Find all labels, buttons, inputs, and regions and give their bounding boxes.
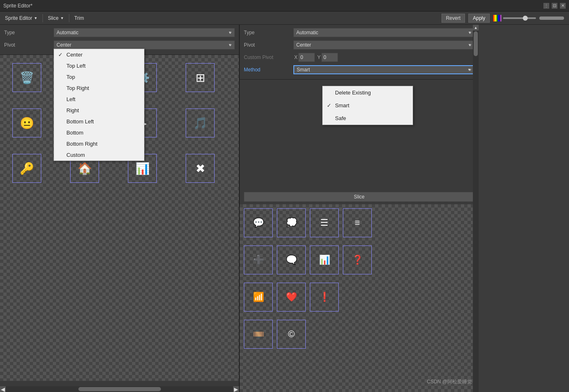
vertical-scrollbar[interactable]: ▲ bbox=[473, 25, 479, 392]
pivot-dropdown: Center Top Left Top Top Right Left Right… bbox=[54, 49, 144, 161]
sprite-item: ✖ bbox=[186, 154, 215, 183]
slice-menu[interactable]: Slice ▼ bbox=[45, 14, 67, 23]
sprite-chat2: 💭 bbox=[277, 208, 306, 237]
right-method-select[interactable]: Smart ▼ bbox=[293, 65, 475, 74]
right-custom-pivot-row: Custom Pivot X Y bbox=[244, 52, 475, 63]
right-custom-pivot-label: Custom Pivot bbox=[244, 54, 293, 60]
sprite-icon: 💬 bbox=[244, 209, 272, 237]
sprite-icon-plus: ➕ bbox=[244, 246, 273, 274]
pivot-option-top[interactable]: Top bbox=[54, 71, 144, 83]
pivot-option-custom[interactable]: Custom bbox=[54, 149, 144, 161]
pivot-option-left[interactable]: Left bbox=[54, 94, 144, 105]
pivot-option-right[interactable]: Right bbox=[54, 105, 144, 116]
right-method-select-wrapper: Smart ▼ bbox=[293, 65, 475, 74]
pivot-select[interactable]: Center ▼ bbox=[54, 40, 235, 50]
sprite-icon: 📶 bbox=[244, 283, 272, 311]
menu-bar: Sprite Editor ▼ Slice ▼ Trim Revert Appl… bbox=[0, 12, 569, 25]
right-type-select-wrapper: Automatic ▼ bbox=[293, 28, 475, 37]
pivot-option-center[interactable]: Center bbox=[54, 49, 144, 60]
right-pivot-select[interactable]: Center ▼ bbox=[293, 40, 475, 50]
sprite-chat1: 💬 bbox=[244, 208, 273, 237]
right-method-label: Method bbox=[244, 67, 293, 73]
slider-thumb[interactable] bbox=[523, 16, 528, 21]
y-label: Y bbox=[317, 54, 321, 60]
pivot-option-top-left[interactable]: Top Left bbox=[54, 60, 144, 71]
pivot-option-bottom-right[interactable]: Bottom Right bbox=[54, 138, 144, 149]
scroll-up-button[interactable]: ▲ bbox=[473, 25, 479, 31]
vertical-scroll-thumb[interactable] bbox=[474, 31, 478, 56]
sprite-bars3: 📊 bbox=[310, 246, 339, 274]
scroll-right-button[interactable]: ▶ bbox=[233, 386, 239, 392]
method-option-safe[interactable]: Safe bbox=[323, 112, 413, 125]
pivot-select-wrapper: Center ▼ bbox=[54, 40, 235, 50]
x-label: X bbox=[294, 54, 297, 60]
toolbar-right: Revert Apply bbox=[442, 14, 567, 23]
right-type-select[interactable]: Automatic ▼ bbox=[293, 28, 475, 37]
right-type-label: Type bbox=[244, 30, 293, 35]
chevron-down-icon: ▼ bbox=[34, 16, 38, 20]
sprite-icon: 😐 bbox=[13, 109, 41, 137]
sprite-bars1: 📶 bbox=[244, 283, 273, 312]
sprite-chat3: 🗨️ bbox=[277, 246, 306, 274]
sprite-heart: ❤️ bbox=[277, 283, 306, 312]
right-canvas: 💬 💭 ➕ 🗨️ 📶 ❤️ 🎞️ © bbox=[240, 204, 479, 392]
chevron-down-icon: ▼ bbox=[468, 43, 472, 47]
chevron-down-icon: ▼ bbox=[228, 43, 232, 47]
sprite-icon: ✖ bbox=[186, 154, 214, 182]
y-input[interactable] bbox=[321, 53, 338, 62]
brightness-slider[interactable] bbox=[503, 17, 536, 19]
color-box[interactable] bbox=[493, 15, 501, 21]
sprite-icon: 🗑️ bbox=[13, 64, 41, 92]
restore-button[interactable]: ⊡ bbox=[552, 3, 557, 9]
sprite-icon: ❤️ bbox=[277, 283, 305, 311]
method-option-delete[interactable]: Delete Existing bbox=[323, 86, 413, 99]
sprite-icon: ⊞ bbox=[186, 64, 214, 92]
sprite-exclaim: ❗ bbox=[310, 283, 339, 312]
color-widget bbox=[493, 15, 536, 21]
sprite-c: © bbox=[277, 320, 306, 349]
menu-separator-2 bbox=[69, 14, 69, 22]
right-pivot-label: Pivot bbox=[244, 42, 293, 48]
method-dropdown: Delete Existing Smart Safe bbox=[322, 86, 413, 125]
pivot-option-bottom-left[interactable]: Bottom Left bbox=[54, 116, 144, 127]
sprite-item: 😐 bbox=[12, 109, 41, 137]
type-label: Type bbox=[4, 30, 54, 35]
type-row: Type Automatic ▼ bbox=[4, 27, 235, 38]
type-select[interactable]: Automatic ▼ bbox=[54, 28, 235, 37]
dots-button[interactable]: ⋮ bbox=[543, 3, 549, 9]
sprite-icon: ❗ bbox=[310, 283, 338, 311]
sprite-lines: ≡ bbox=[343, 208, 372, 237]
chevron-down-icon: ▼ bbox=[228, 31, 232, 35]
title-bar: Sprite Editor* ⋮ ⊡ ✕ bbox=[0, 0, 569, 12]
right-form-area: Type Automatic ▼ Pivot Center ▼ bbox=[240, 25, 479, 80]
pivot-option-bottom[interactable]: Bottom bbox=[54, 127, 144, 138]
main-area: Type Automatic ▼ Pivot Center ▼ bbox=[0, 25, 569, 392]
apply-button[interactable]: Apply bbox=[468, 14, 490, 23]
sprite-icon: 🗨️ bbox=[277, 246, 305, 274]
chevron-down-icon: ▼ bbox=[60, 16, 64, 20]
close-button[interactable]: ✕ bbox=[560, 3, 566, 9]
sprite-item: ⊞ bbox=[186, 63, 215, 92]
scroll-left-button[interactable]: ◀ bbox=[0, 386, 6, 392]
pivot-label: Pivot bbox=[4, 42, 54, 48]
trim-menu[interactable]: Trim bbox=[71, 14, 87, 23]
method-option-smart[interactable]: Smart bbox=[323, 99, 413, 112]
scroll-thumb[interactable] bbox=[78, 387, 161, 391]
window-title: Sprite Editor* bbox=[3, 3, 33, 9]
revert-button[interactable]: Revert bbox=[442, 14, 465, 23]
sprite-item: 🎵 bbox=[186, 109, 215, 137]
type-select-wrapper: Automatic ▼ bbox=[54, 28, 235, 37]
chevron-down-icon: ▼ bbox=[468, 31, 472, 35]
pivot-option-top-right[interactable]: Top Right bbox=[54, 83, 144, 94]
sprite-editor-menu[interactable]: Sprite Editor ▼ bbox=[2, 14, 41, 23]
right-pivot-select-wrapper: Center ▼ bbox=[293, 40, 475, 50]
sprite-icon: 🎵 bbox=[186, 109, 214, 137]
slice-button[interactable]: Slice bbox=[244, 192, 475, 202]
sprite-film: 🎞️ bbox=[244, 320, 273, 349]
alpha-slider[interactable] bbox=[539, 17, 564, 20]
sprite-item: 🗑️ bbox=[12, 63, 41, 92]
x-input[interactable] bbox=[298, 53, 315, 62]
horizontal-scrollbar[interactable]: ◀ ▶ bbox=[0, 386, 239, 392]
sprite-question: ❓ bbox=[343, 246, 372, 274]
sprite-icon: ➕ bbox=[244, 246, 272, 274]
